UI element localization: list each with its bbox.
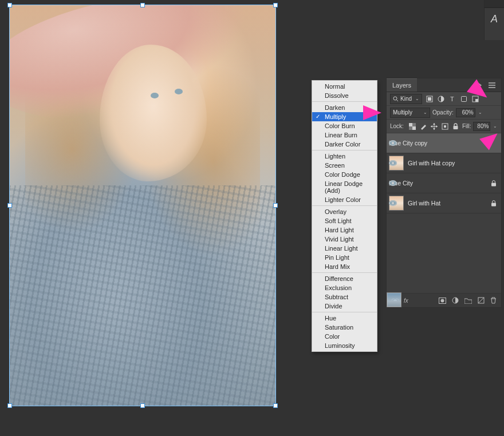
lock-all-icon[interactable] <box>452 122 460 130</box>
blend-mode-option[interactable]: Linear Light <box>312 244 377 253</box>
annotation-arrow-blend <box>363 105 381 120</box>
layer-row[interactable]: Girl with Hat <box>387 193 501 213</box>
layer-lock-indicator <box>491 200 498 207</box>
blend-mode-option[interactable]: Color Dodge <box>312 170 377 179</box>
lock-label: Lock: <box>390 123 404 129</box>
svg-point-16 <box>392 142 394 144</box>
svg-rect-10 <box>412 123 416 126</box>
filter-kind-select[interactable]: Kind ⌄ <box>390 94 422 104</box>
blend-mode-option[interactable]: Vivid Light <box>312 235 377 244</box>
svg-rect-24 <box>491 203 496 206</box>
opacity-slider-toggle[interactable]: ⌄ <box>478 110 483 115</box>
character-panel-icon[interactable]: A <box>485 8 504 30</box>
layer-row[interactable]: Girl with Hat copy <box>387 153 501 173</box>
blend-mode-option[interactable]: Normal <box>312 82 377 91</box>
fill-label: Fill: <box>462 123 471 129</box>
pixel-layer-icon[interactable] <box>426 95 434 103</box>
svg-rect-21 <box>491 183 496 186</box>
search-icon <box>393 96 399 102</box>
fill-slider-toggle[interactable]: ⌄ <box>493 124 498 129</box>
blend-mode-option[interactable]: Hue <box>312 314 377 323</box>
blend-mode-option[interactable]: Screen <box>312 161 377 170</box>
shape-layer-icon[interactable] <box>460 95 468 103</box>
layers-panel: Layers Kind ⌄ T Multiply ⌄ Opacity: 60% … <box>387 78 501 307</box>
blend-mode-option[interactable]: Linear Burn <box>312 130 377 140</box>
blend-mode-option[interactable]: Saturation <box>312 323 377 332</box>
blend-mode-option[interactable]: Dissolve <box>312 91 377 100</box>
visibility-toggle[interactable] <box>389 160 397 166</box>
fill-input[interactable]: 80% <box>473 122 490 131</box>
blend-mode-select[interactable]: Multiply ⌄ <box>390 108 430 118</box>
blend-mode-option[interactable]: Subtract <box>312 292 377 302</box>
layer-name[interactable]: Girl with Hat copy <box>408 160 487 167</box>
lock-fill-row: Lock: Fill: 80% ⌄ <box>387 120 501 133</box>
chevron-down-icon: ⌄ <box>415 96 419 101</box>
delete-layer-icon[interactable] <box>490 297 497 304</box>
svg-point-20 <box>392 182 394 184</box>
tab-layers-label: Layers <box>392 82 411 89</box>
right-dock: A <box>484 0 504 40</box>
canvas-area[interactable] <box>0 0 309 436</box>
blend-mode-option[interactable]: Hard Light <box>312 225 377 235</box>
layer-name[interactable]: Blue City copy <box>389 140 487 146</box>
svg-point-27 <box>441 299 444 302</box>
visibility-toggle[interactable] <box>389 180 397 186</box>
new-layer-icon[interactable] <box>478 297 485 304</box>
visibility-icon <box>389 200 397 208</box>
visibility-toggle[interactable] <box>389 200 397 206</box>
svg-rect-11 <box>409 126 412 130</box>
type-layer-icon[interactable]: T <box>448 95 456 103</box>
layer-lock-indicator <box>491 180 498 187</box>
add-mask-icon[interactable] <box>439 298 446 304</box>
blend-mode-option[interactable]: Color <box>312 332 377 341</box>
opacity-label: Opacity: <box>432 109 454 116</box>
blend-mode-option[interactable]: Difference <box>312 274 377 283</box>
blend-mode-option[interactable]: Hard Mix <box>312 262 377 271</box>
blend-opacity-row: Multiply ⌄ Opacity: 60% ⌄ <box>387 106 501 120</box>
composite-image <box>9 5 276 406</box>
lock-artboard-icon[interactable] <box>441 122 449 130</box>
svg-rect-9 <box>412 126 416 130</box>
filter-kind-label: Kind <box>400 96 412 102</box>
blend-mode-option[interactable]: Soft Light <box>312 216 377 225</box>
blend-mode-value: Multiply <box>393 109 412 116</box>
blend-mode-option[interactable]: Divide <box>312 302 377 311</box>
layer-row[interactable]: Blue City <box>387 173 501 193</box>
blend-mode-option[interactable]: Pin Light <box>312 253 377 262</box>
layer-list: Blue City copyGirl with Hat copyBlue Cit… <box>387 133 501 213</box>
blend-mode-option[interactable]: Linear Dodge (Add) <box>312 179 377 195</box>
lock-position-icon[interactable] <box>430 122 438 130</box>
blend-mode-option[interactable]: Luminosity <box>312 341 377 350</box>
blend-mode-option[interactable]: Lighten <box>312 152 377 161</box>
blend-mode-option[interactable]: Lighter Color <box>312 195 377 204</box>
layer-thumbnail[interactable] <box>387 292 401 307</box>
tab-layers[interactable]: Layers <box>387 78 417 92</box>
visibility-toggle[interactable] <box>389 140 397 146</box>
visibility-icon <box>389 160 397 168</box>
lock-transparency-icon[interactable] <box>408 122 416 130</box>
blend-mode-option[interactable]: Exclusion <box>312 283 377 292</box>
canvas-image[interactable] <box>9 5 276 406</box>
blend-mode-option[interactable]: Overlay <box>312 207 377 216</box>
layer-name[interactable]: Girl with Hat <box>408 200 487 207</box>
layer-list-empty-area[interactable] <box>387 213 501 294</box>
svg-rect-5 <box>462 96 467 101</box>
layer-fx-button[interactable]: fx <box>404 298 408 304</box>
lock-pixels-icon[interactable] <box>419 122 427 130</box>
adjust-layer-icon[interactable] <box>437 95 445 103</box>
layer-name[interactable]: Blue City <box>389 180 487 187</box>
filter-type-icons: T <box>426 95 479 103</box>
svg-rect-8 <box>409 123 412 126</box>
layers-panel-footer: fx <box>387 294 501 307</box>
blend-mode-option[interactable]: Color Burn <box>312 121 377 130</box>
adjustment-layer-icon[interactable] <box>452 297 459 304</box>
svg-rect-2 <box>428 97 431 101</box>
opacity-input[interactable]: 60% <box>456 108 475 117</box>
svg-point-23 <box>392 202 394 204</box>
new-group-icon[interactable] <box>464 298 472 304</box>
dock-drag-handle[interactable] <box>485 0 504 8</box>
panel-flyout-menu-icon[interactable] <box>489 82 501 88</box>
blend-mode-menu[interactable]: NormalDissolveDarkenMultiplyColor BurnLi… <box>312 80 377 352</box>
blend-mode-option[interactable]: Darker Color <box>312 140 377 149</box>
svg-point-0 <box>393 97 397 100</box>
